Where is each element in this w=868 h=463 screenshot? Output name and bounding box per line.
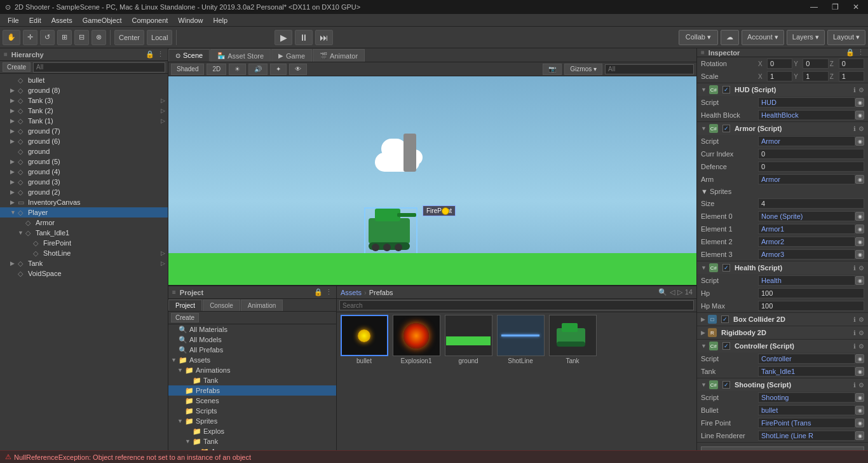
tool-transform[interactable]: ⊗: [92, 30, 106, 45]
hierarchy-item-voidspace[interactable]: ◇ VoidSpace: [0, 268, 168, 279]
center-button[interactable]: Center: [114, 30, 144, 45]
tank-picker[interactable]: ◉: [855, 367, 864, 376]
menu-gameobject[interactable]: GameObject: [78, 14, 127, 27]
camera-button[interactable]: 📷: [543, 64, 562, 75]
box-collider-info-icon[interactable]: ℹ: [853, 316, 856, 323]
tab-animation[interactable]: Animation: [241, 300, 283, 311]
asset-left-icon[interactable]: ◁: [670, 288, 675, 296]
inspector-lock-icon[interactable]: 🔒: [846, 48, 855, 57]
box-collider-enabled-checkbox[interactable]: ✓: [721, 315, 729, 323]
inspector-more-icon[interactable]: ⋮: [857, 48, 864, 57]
cloud-button[interactable]: ☁: [721, 30, 739, 45]
hierarchy-lock-icon[interactable]: 🔒: [146, 50, 154, 59]
breadcrumb-assets[interactable]: Assets: [341, 289, 362, 296]
tree-all-materials[interactable]: 🔍 All Materials: [168, 324, 336, 335]
menu-assets[interactable]: Assets: [46, 14, 78, 27]
element0-picker[interactable]: ◉: [855, 212, 864, 221]
bullet-picker[interactable]: ◉: [855, 406, 864, 415]
shooting-script-value[interactable]: Shooting: [758, 392, 855, 403]
hierarchy-create-button[interactable]: Create: [3, 62, 31, 72]
scale-x-value[interactable]: 1: [767, 71, 792, 81]
tab-project[interactable]: Project: [168, 300, 202, 311]
health-gear-icon[interactable]: ⚙: [858, 265, 864, 272]
tree-animations[interactable]: ▼ 📁 Animations: [168, 365, 336, 375]
hierarchy-item-player[interactable]: ▼ ◇ Player: [0, 207, 168, 218]
hierarchy-item-ground[interactable]: ◇ ground: [0, 146, 168, 156]
shooting-gear-icon[interactable]: ⚙: [858, 382, 864, 389]
element3-picker[interactable]: ◉: [855, 250, 864, 259]
scale-y-value[interactable]: 1: [803, 71, 828, 81]
layers-dropdown[interactable]: Layers ▾: [787, 30, 825, 45]
inspector-panel-controls[interactable]: 🔒 ⋮: [846, 48, 864, 57]
armor-script-controls[interactable]: ℹ ⚙: [853, 125, 864, 132]
audio-button[interactable]: 🔊: [248, 64, 268, 75]
add-component-button[interactable]: Add Component: [701, 446, 864, 450]
tree-prefabs[interactable]: 📁 Prefabs: [168, 385, 336, 396]
shooting-script-controls[interactable]: ℹ ⚙: [853, 382, 864, 389]
hide-button[interactable]: 👁: [289, 64, 307, 75]
armor-info-icon[interactable]: ℹ: [853, 125, 856, 132]
menu-component[interactable]: Component: [126, 14, 173, 27]
hierarchy-item-shotline[interactable]: ◇ ShotLine ▷: [0, 248, 168, 258]
health-info-icon[interactable]: ℹ: [853, 265, 856, 272]
pause-button[interactable]: ⏸: [295, 30, 313, 45]
armor-script-picker[interactable]: ◉: [855, 137, 864, 146]
tree-scenes[interactable]: 📁 Scenes: [168, 396, 336, 406]
hierarchy-item-inventorycanvas[interactable]: ▶ ▭ InventoryCanvas: [0, 197, 168, 207]
prefab-shotline[interactable]: ShotLine: [496, 315, 545, 364]
tab-console[interactable]: Console: [203, 300, 240, 311]
defence-value[interactable]: 0: [758, 162, 864, 172]
project-lock-icon[interactable]: 🔒: [314, 288, 323, 296]
hierarchy-item-ground4[interactable]: ▶ ◇ ground (4): [0, 167, 168, 177]
asset-search-input[interactable]: [339, 300, 694, 310]
hierarchy-item-ground8[interactable]: ▶ ◇ ground (8): [0, 85, 168, 95]
2d-button[interactable]: 2D: [207, 64, 226, 75]
tab-asset-store[interactable]: 🏪 Asset Store: [210, 49, 271, 62]
gizmos-dropdown[interactable]: Gizmos ▾: [564, 64, 602, 75]
arm-value[interactable]: Armor: [758, 174, 855, 184]
element2-picker[interactable]: ◉: [855, 237, 864, 246]
hierarchy-panel-controls[interactable]: 🔒 ⋮: [146, 50, 164, 59]
health-script-picker[interactable]: ◉: [855, 276, 864, 285]
menu-edit[interactable]: Edit: [24, 14, 46, 27]
rotation-y-value[interactable]: 0: [803, 59, 828, 69]
element2-value[interactable]: Armor2: [758, 237, 855, 247]
line-renderer-value[interactable]: ShotLine (Line R: [758, 431, 855, 441]
health-block-picker[interactable]: ◉: [855, 111, 864, 120]
scene-search-input[interactable]: [605, 64, 694, 74]
rigidbody-gear-icon[interactable]: ⚙: [858, 329, 864, 336]
hierarchy-item-tank3[interactable]: ▶ ◇ Tank (3) ▷: [0, 95, 168, 106]
maximize-button[interactable]: ❐: [828, 3, 843, 11]
bullet-value[interactable]: bullet: [758, 405, 855, 415]
arm-picker[interactable]: ◉: [855, 175, 864, 184]
controller-script-controls[interactable]: ℹ ⚙: [853, 343, 864, 350]
tank-value[interactable]: Tank_Idle1: [758, 366, 855, 377]
tree-sprites-tank[interactable]: ▼ 📁 Tank: [168, 436, 336, 446]
hierarchy-item-tank[interactable]: ▶ ◇ Tank ▷: [0, 258, 168, 268]
titlebar-controls[interactable]: — ❐ ✕: [806, 3, 863, 11]
project-more-icon[interactable]: ⋮: [325, 288, 332, 296]
box-collider-gear-icon[interactable]: ⚙: [858, 316, 864, 323]
tree-all-prefabs[interactable]: 🔍 All Prefabs: [168, 345, 336, 355]
tree-explos[interactable]: 📁 Explos: [168, 426, 336, 436]
rigidbody-info-icon[interactable]: ℹ: [853, 329, 856, 336]
armor-script-header[interactable]: ▼ C# ✓ Armor (Script) ℹ ⚙: [697, 122, 868, 135]
tab-scene[interactable]: ⊙ Scene: [168, 49, 210, 62]
rotation-x-value[interactable]: 0: [767, 59, 792, 69]
controller-info-icon[interactable]: ℹ: [853, 343, 856, 350]
hp-value[interactable]: 100: [758, 288, 864, 298]
hierarchy-item-bullet[interactable]: ◇ bullet: [0, 75, 168, 85]
tree-scripts[interactable]: 📁 Scripts: [168, 406, 336, 416]
minimize-button[interactable]: —: [806, 3, 822, 11]
health-script-header[interactable]: ▼ C# ✓ Health (Script) ℹ ⚙: [697, 261, 868, 274]
hierarchy-search-input[interactable]: [33, 62, 165, 73]
hierarchy-item-tankidle1[interactable]: ▼ ◇ Tank_Idle1: [0, 228, 168, 238]
asset-right-icon[interactable]: ▷: [677, 288, 682, 296]
tree-all-models[interactable]: 🔍 All Models: [168, 335, 336, 345]
tree-assets[interactable]: ▼ 📁 Assets: [168, 355, 336, 365]
scale-z-value[interactable]: 1: [839, 71, 864, 81]
box-collider-controls[interactable]: ℹ ⚙: [853, 316, 864, 323]
prefab-explosion1[interactable]: Explosion1: [391, 315, 441, 364]
rigidbody-controls[interactable]: ℹ ⚙: [853, 329, 864, 336]
tool-scale[interactable]: ⊞: [57, 30, 72, 45]
